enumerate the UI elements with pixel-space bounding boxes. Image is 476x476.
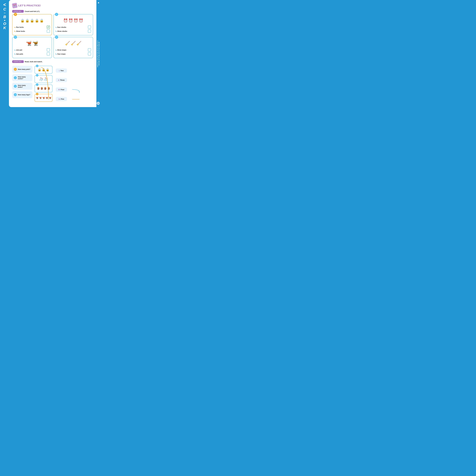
option-b-label-3: b. four mops — [55, 53, 66, 55]
practice-icon: ✂️ — [12, 3, 18, 8]
tick-box-b[interactable] — [47, 30, 50, 33]
right-item-iii: iii. Four — [56, 87, 67, 92]
center-img-d: 🫕🫕🫕🫕🫕 — [36, 97, 51, 99]
left-text-2: How many locks? — [18, 85, 31, 88]
center-img-b: 🧦🧦 — [39, 77, 48, 81]
option-b-label-1: b. three clocks — [55, 30, 67, 32]
box-1-option-b: b. three clocks — [55, 30, 91, 33]
exercise1-label: EXERCISE 1 Count and tick (✔). — [12, 10, 40, 13]
badge-3: 3 — [14, 93, 17, 96]
option-a-label-3: a. three mops — [55, 49, 66, 51]
left-item-1: 1 How many socks? — [12, 74, 32, 81]
match-left-column: 0 How many pots? 1 How many socks? 2 How… — [12, 65, 32, 105]
sidebar: < C ○ B ● O K — [0, 0, 9, 107]
right-item-i: i. Two — [56, 68, 67, 73]
side-text: Build-up 1B - Không đáp án (theo bộ sách… — [97, 40, 100, 67]
box-2-images: 🫕 🫕 — [14, 39, 50, 47]
right-item-iv: iv. Five — [56, 97, 67, 101]
left-item-3: 3 How many logs? — [12, 91, 32, 98]
exercise2-instruction: Read, look and match. — [25, 61, 43, 63]
left-text-0: How many pots? — [18, 68, 30, 70]
exercise2-badge: EXERCISE 2 — [12, 60, 24, 63]
center-img-c: 🪵🪵🪵🪵 — [37, 87, 50, 90]
exercise2-label: EXERCISE 2 Read, look and match. — [12, 60, 43, 63]
box-0-images: 🔒 🔒 🔒 🔒 🔒 — [14, 17, 50, 24]
exercise1-grid: 0 🔒 🔒 🔒 🔒 🔒 a. five locks ✔ b. three loc… — [12, 14, 93, 58]
exercise1-box-2: 2 🫕 🫕 a. one pot b. two pots — [12, 37, 52, 58]
dot-indicator — [98, 2, 99, 3]
tick-box-2a[interactable] — [47, 48, 50, 51]
box-num-2: 2 — [14, 35, 17, 39]
exercise1-box-0: 0 🔒 🔒 🔒 🔒 🔒 a. five locks ✔ b. three loc… — [12, 14, 52, 35]
left-text-3: How many logs? — [18, 94, 30, 96]
option-b-label-2: b. two pots — [14, 53, 23, 55]
section-header: ✂️ LET'S PRACTICE! — [12, 3, 93, 8]
box-0-option-a: a. five locks ✔ — [14, 26, 50, 29]
left-item-2: 2 How many locks? — [12, 83, 32, 90]
box-num-1: 1 — [55, 13, 58, 16]
right-strip: Build-up 1B - Không đáp án (theo bộ sách… — [96, 0, 100, 107]
exercise2-grid: 0 How many pots? 1 How many socks? 2 How… — [12, 65, 93, 105]
main-content: ✂️ LET'S PRACTICE! EXERCISE 1 Count and … — [9, 0, 96, 107]
box-num-0: 0 — [14, 13, 17, 16]
center-box-c: c 🪵🪵🪵🪵 — [34, 85, 52, 92]
option-b-label: b. three locks — [14, 30, 25, 32]
tick-box-2b[interactable] — [47, 52, 50, 55]
tick-box-1a[interactable] — [88, 26, 91, 29]
center-letter-c: c — [36, 84, 38, 86]
box-2-option-a: a. one pot — [14, 48, 50, 51]
logo: < C ○ B ● O K — [3, 2, 6, 30]
box-2-option-b: b. two pots — [14, 52, 50, 55]
match-center-column: a 🔒🔒🔒 b 🧦🧦 c — [32, 65, 55, 105]
exercise1-badge: EXERCISE 1 — [12, 10, 24, 13]
left-text-1: How many socks? — [18, 76, 31, 80]
box-1-option-a: a. four clocks — [55, 26, 91, 29]
center-img-a: 🔒🔒🔒 — [38, 68, 49, 71]
exercise2-section: EXERCISE 2 Read, look and match. 0 How m… — [12, 60, 93, 105]
tick-box-1b[interactable] — [88, 30, 91, 33]
exercise1-instruction: Count and tick (✔). — [25, 10, 40, 12]
box-3-images: 🧹 🧹 🧹 — [55, 39, 91, 47]
badge-1: 1 — [14, 76, 17, 79]
box-1-images: ⏰ ⏰ ⏰ ⏰ — [55, 17, 91, 24]
center-box-b: b 🧦🧦 — [34, 75, 52, 83]
box-3-option-b: b. four mops — [55, 52, 91, 55]
badge-0: 0 — [14, 68, 17, 71]
box-3-option-a: a. three mops — [55, 48, 91, 51]
center-letter-d: d — [36, 93, 38, 95]
center-letter-a: a — [36, 65, 38, 67]
box-num-3: 3 — [55, 35, 58, 39]
right-item-ii: ii. Three — [56, 78, 67, 82]
exercise1-box-1: 1 ⏰ ⏰ ⏰ ⏰ a. four clocks b. three clocks — [53, 14, 93, 35]
center-box-d: d 🫕🫕🫕🫕🫕 — [34, 94, 52, 102]
page-number: 13 — [97, 102, 100, 105]
option-a-label-2: a. one pot — [14, 49, 22, 51]
exercise1-box-3: 3 🧹 🧹 🧹 a. three mops b. four mops — [53, 37, 93, 58]
left-item-0: 0 How many pots? — [12, 66, 32, 73]
badge-2: 2 — [14, 85, 17, 88]
practice-title: LET'S PRACTICE! — [18, 4, 41, 7]
tick-box-3a[interactable] — [88, 48, 91, 51]
option-a-label-1: a. four clocks — [55, 26, 66, 28]
center-letter-b: b — [36, 74, 38, 77]
match-right-column: i. Two ii. Three iii. Four iv. Five — [55, 65, 68, 105]
box-0-option-b: b. three locks — [14, 30, 50, 33]
center-box-a: a 🔒🔒🔒 — [34, 66, 52, 74]
option-a-label: a. five locks — [14, 26, 24, 28]
tick-box-a[interactable]: ✔ — [47, 26, 50, 29]
tick-box-3b[interactable] — [88, 52, 91, 55]
